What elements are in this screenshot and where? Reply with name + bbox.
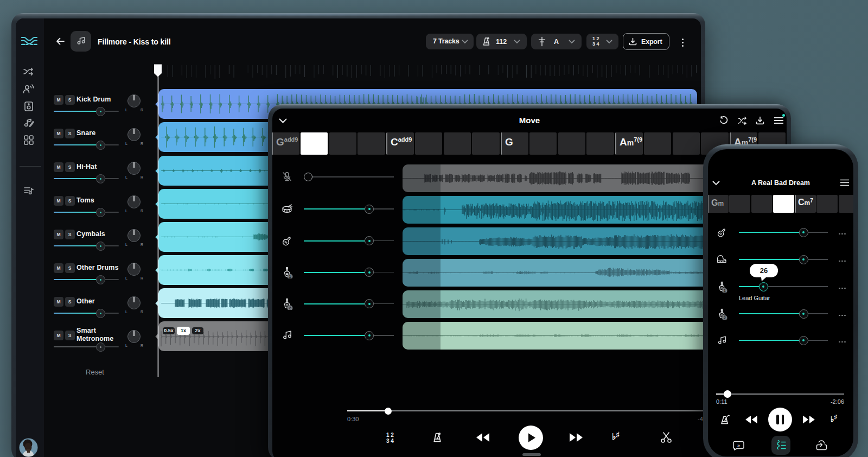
- svg-text:2: 2: [723, 315, 725, 319]
- svg-text:1: 1: [289, 274, 291, 278]
- svg-text:2: 2: [289, 306, 291, 309]
- svg-text:26: 26: [760, 266, 768, 275]
- svg-text:1: 1: [723, 288, 725, 292]
- svg-text:»: »: [737, 443, 740, 448]
